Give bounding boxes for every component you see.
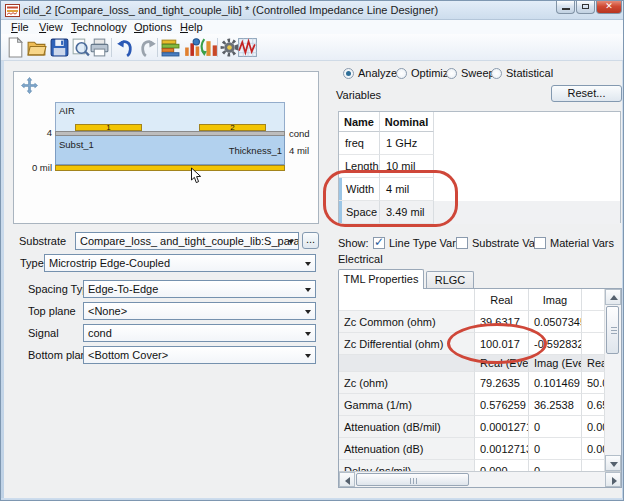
var-name: Length [339,155,380,178]
radio-icon [446,68,457,79]
var-nominal[interactable]: 3.49 mil [380,201,434,224]
electrical-label: Electrical [338,253,383,265]
row-zc-common: Zc Common (ohm) 39.6317 0.0507345 [339,311,605,333]
substrate-label: Substrate [19,234,66,248]
browse-label: ... [306,233,315,245]
close-button[interactable]: ✕ [596,1,622,14]
app-icon [5,4,20,17]
tab-tml-properties[interactable]: TML Properties [338,269,424,289]
title-bar[interactable]: cild_2 [Compare_loss_ and_tight_couple_l… [1,1,624,20]
value-real-even: 0.00127135 [475,438,529,460]
vertical-scrollbar[interactable] [605,289,621,471]
scroll-up-button[interactable] [605,289,621,305]
maximize-button[interactable] [576,1,595,14]
reset-button[interactable]: Reset... [551,85,622,102]
vertical-scroll-thumb[interactable] [606,306,619,354]
menu-help[interactable]: Help [178,20,205,34]
stackup-chart-icon[interactable] [160,37,181,58]
horizontal-scrollbar[interactable] [339,471,621,487]
value-real-odd: 50.00 [582,372,605,394]
signal-select[interactable]: cond [83,324,316,342]
height-top-label: 4 [34,127,52,138]
tml-mode-header-row: Real (Even) Imag (Even) Real ( [339,355,605,372]
sweep-chart-icon[interactable] [198,37,219,58]
plot-waveform-icon[interactable] [237,37,258,58]
horizontal-scroll-thumb[interactable] [356,473,469,486]
minimize-button[interactable] [556,1,575,14]
scroll-right-button[interactable] [605,472,621,487]
open-folder-icon[interactable] [26,37,47,58]
var-nominal[interactable]: 4 mil [380,178,434,201]
col-nominal: Nominal [380,112,434,132]
cross-section-canvas[interactable]: AIR 1 2 Subst_1 Thickness_1 4 0 mil cond… [13,71,319,224]
thumb-grip [413,478,414,484]
row-label: Attenuation (dB) [339,438,475,460]
tml-header-row: Real Imag [339,289,605,311]
bottom-plane-value: <Bottom Cover> [88,349,168,361]
value-imag-even: 36.2538 [529,394,582,416]
toolbar [1,34,624,61]
toolbar-separator [157,38,158,57]
material-vars-label: Material Vars [550,237,614,249]
zoom-icon[interactable] [70,37,91,58]
menu-technology[interactable]: Technology [69,20,129,34]
mode-analyze-label: Analyze [358,67,397,79]
chevron-down-icon [305,262,311,266]
bottom-plane-select[interactable]: <Bottom Cover> [83,346,316,364]
thickness-label: Thickness_1 [196,145,282,156]
material-vars-checkbox[interactable]: Material Vars [534,237,614,249]
redo-icon[interactable] [138,37,159,58]
air-label: AIR [59,105,75,116]
row-label: Zc (ohm) [339,372,475,394]
value-imag-even: 0.101469 [529,372,582,394]
chevron-down-icon [305,310,311,314]
ground-layer [55,165,285,171]
menu-file[interactable]: File [9,20,31,34]
new-document-icon[interactable] [5,37,26,58]
col-imag-even: Imag (Even) [529,355,582,372]
save-icon[interactable] [49,37,70,58]
type-select[interactable]: Microstrip Edge-Coupled [44,254,316,272]
value-real-even: 79.2635 [475,372,529,394]
scroll-left-icon [345,477,350,485]
variable-row-space: Space 3.49 mil [339,201,620,224]
line-type-vars-checkbox[interactable]: ✓Line Type Vars [373,237,461,249]
substrate-select[interactable]: Compare_loss_ and_tight_couple_lib:S_par… [75,232,299,250]
app-window: cild_2 [Compare_loss_ and_tight_couple_l… [0,0,624,501]
mode-sweep-radio[interactable]: Sweep [446,67,495,79]
value-imag-even: 0 [529,438,582,460]
substrate-browse-button[interactable]: ... [302,232,319,249]
scroll-left-button[interactable] [339,472,355,487]
var-nominal[interactable]: 1 GHz [380,132,434,155]
mode-analyze-radio[interactable]: Analyze [343,67,397,79]
variable-row-freq: freq 1 GHz [339,132,620,155]
variables-label: Variables [336,89,381,101]
var-nominal[interactable]: 10 mil [380,155,434,178]
substrate-value: Compare_loss_ and_tight_couple_lib:S_par… [80,235,299,247]
variables-header-row: Name Nominal [339,112,620,132]
spacing-type-select[interactable]: Edge-To-Edge [83,280,316,298]
print-icon[interactable] [89,37,110,58]
menu-options[interactable]: Options [132,20,174,34]
scroll-down-button[interactable] [605,455,621,471]
type-label: Type [20,256,44,270]
value-real-even: 0.000 [475,460,529,471]
checkbox-icon [456,237,468,249]
row-attenuation-db: Attenuation (dB) 0.00127135 0 0.001 [339,438,605,460]
checkbox-checked-icon: ✓ [373,237,385,249]
var-name: freq [339,132,380,155]
trace-1[interactable]: 1 [75,124,142,131]
value-real-odd: 0.651 [582,394,605,416]
top-plane-select[interactable]: <None> [83,302,316,320]
undo-icon[interactable] [114,37,135,58]
mouse-cursor-icon [190,167,202,185]
trace-2[interactable]: 2 [199,124,266,131]
substrate-vars-checkbox[interactable]: Substrate Vars [456,237,544,249]
tab-label: TML Properties [344,273,419,285]
mode-statistical-radio[interactable]: Statistical [491,67,553,79]
maximize-icon [582,4,589,9]
col-imag: Imag [529,289,582,311]
tab-rlgc[interactable]: RLGC [426,271,474,288]
menu-view[interactable]: View [37,20,65,34]
toolbar-separator [217,38,218,57]
